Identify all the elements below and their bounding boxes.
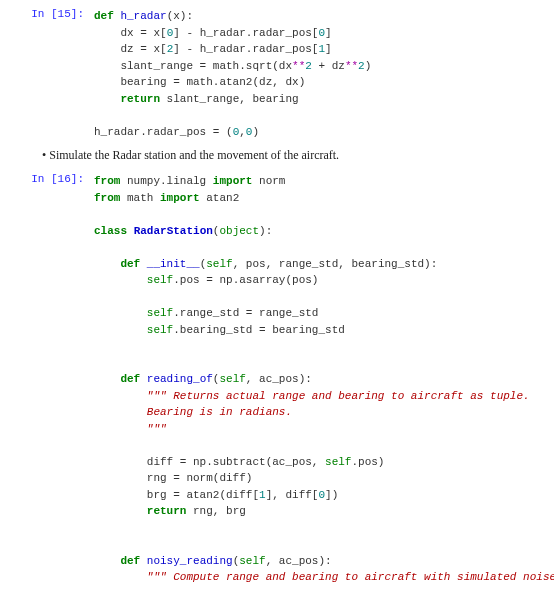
num: 2	[358, 60, 365, 72]
t: .bearing_std = bearing_std	[173, 324, 345, 336]
kw-import: import	[213, 175, 253, 187]
code-cell-16: In [16]: from numpy.linalg import norm f…	[12, 173, 542, 600]
t: rng, brg	[186, 505, 245, 517]
kw-return: return	[147, 505, 187, 517]
kw-self: self	[325, 456, 351, 468]
kw-def: def	[120, 555, 140, 567]
op: **	[292, 60, 305, 72]
fn-noisy-reading: noisy_reading	[140, 555, 232, 567]
kw-object: object	[219, 225, 259, 237]
t: ] - h_radar.radar_pos[	[173, 43, 318, 55]
docstring: """ Returns actual range and bearing to …	[147, 390, 530, 402]
t: + dz	[312, 60, 345, 72]
kw-self: self	[147, 274, 173, 286]
kw-from: from	[94, 192, 120, 204]
indent	[94, 258, 120, 270]
indent	[94, 307, 147, 319]
fn-reading-of: reading_of	[140, 373, 213, 385]
indent	[94, 571, 147, 583]
op: **	[345, 60, 358, 72]
fn-init: __init__	[140, 258, 199, 270]
kw-self: self	[219, 373, 245, 385]
indent	[94, 274, 147, 286]
kw-return: return	[120, 93, 160, 105]
indent	[94, 555, 120, 567]
t: , pos, range_std, bearing_std):	[233, 258, 438, 270]
line: diff = np.subtract(ac_pos,	[94, 456, 325, 468]
line: dx = x[	[94, 27, 167, 39]
num: 2	[305, 60, 312, 72]
indent	[94, 390, 147, 402]
docstring: """ Compute range and bearing to aircraf…	[147, 571, 554, 583]
docstring: """	[94, 423, 167, 435]
t	[127, 225, 134, 237]
markdown-text: Simulate the Radar station and the movem…	[42, 148, 542, 163]
indent	[94, 93, 120, 105]
t: .pos = np.asarray(pos)	[173, 274, 318, 286]
t: ])	[325, 489, 338, 501]
kw-self: self	[206, 258, 232, 270]
t: numpy.linalg	[120, 175, 212, 187]
prompt-in-16: In [16]:	[12, 173, 94, 600]
docstring: Bearing is in radians.	[94, 406, 292, 418]
t: ], diff[	[266, 489, 319, 501]
t: , ac_pos):	[246, 373, 312, 385]
kw-def: def	[120, 258, 140, 270]
t: slant_range, bearing	[160, 93, 299, 105]
t: math	[120, 192, 160, 204]
line: slant_range = math.sqrt(dx	[94, 60, 292, 72]
t: norm	[252, 175, 285, 187]
t: ]	[325, 27, 332, 39]
num: 1	[259, 489, 266, 501]
indent	[94, 324, 147, 336]
indent	[94, 505, 147, 517]
line: rng = norm(diff)	[94, 472, 252, 484]
kw-from: from	[94, 175, 120, 187]
t: )	[365, 60, 372, 72]
sig: (x):	[167, 10, 193, 22]
code-cell-15: In [15]: def h_radar(x): dx = x[0] - h_r…	[12, 8, 542, 140]
line: h_radar.radar_pos = (	[94, 126, 233, 138]
cls-radarstation: RadarStation	[134, 225, 213, 237]
prompt-in-15: In [15]:	[12, 8, 94, 140]
code-block-16: from numpy.linalg import norm from math …	[94, 173, 554, 600]
t: .pos)	[351, 456, 384, 468]
t: ]	[325, 43, 332, 55]
kw-import: import	[160, 192, 200, 204]
line: dz = x[	[94, 43, 167, 55]
t: )	[252, 126, 259, 138]
t: .range_std = range_std	[173, 307, 318, 319]
fn-h-radar: h_radar	[120, 10, 166, 22]
kw-class: class	[94, 225, 127, 237]
line: brg = atan2(diff[	[94, 489, 259, 501]
t: , ac_pos):	[266, 555, 332, 567]
kw-self: self	[239, 555, 265, 567]
indent	[94, 373, 120, 385]
code-block-15: def h_radar(x): dx = x[0] - h_radar.rada…	[94, 8, 371, 140]
t: ):	[259, 225, 272, 237]
kw-def: def	[94, 10, 114, 22]
line: bearing = math.atan2(dz, dx)	[94, 76, 305, 88]
t: ,	[239, 126, 246, 138]
kw-def: def	[120, 373, 140, 385]
kw-self: self	[147, 324, 173, 336]
kw-self: self	[147, 307, 173, 319]
t: ] - h_radar.radar_pos[	[173, 27, 318, 39]
t: atan2	[200, 192, 240, 204]
